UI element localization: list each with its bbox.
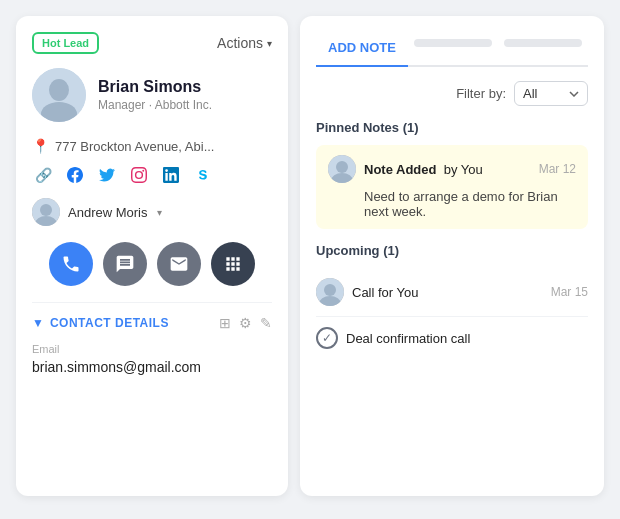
contact-role: Manager · Abbott Inc. [98,98,212,112]
skype-icon[interactable] [192,164,214,186]
upcoming-title-0: Call for You [352,285,543,300]
pinned-section-title: Pinned Notes (1) [316,120,588,135]
tab-add-note[interactable]: ADD NOTE [316,32,408,67]
twitter-icon[interactable] [96,164,118,186]
email-field: Email brian.simmons@gmail.com [32,343,272,375]
filter-label: Filter by: [456,86,506,101]
svg-point-10 [324,284,336,296]
hot-lead-badge: Hot Lead [32,32,99,54]
upcoming-item-1: ✓ Deal confirmation call [316,317,588,359]
chevron-down-icon: ▾ [267,38,272,49]
right-panel: ADD NOTE Filter by: All Notes Calls Emai… [300,16,604,496]
phone-button[interactable] [49,242,93,286]
check-icon[interactable]: ✓ [316,327,338,349]
note-title: Note Added by You [364,162,531,177]
svg-point-7 [336,161,348,173]
contact-details-icons: ⊞ ⚙ ✎ [219,315,272,331]
actions-button[interactable]: Actions ▾ [217,35,272,51]
note-avatar [328,155,356,183]
svg-point-4 [40,204,52,216]
upcoming-list: Call for You Mar 15 ✓ Deal confirmation … [316,268,588,359]
expand-icon[interactable]: ▼ [32,316,44,330]
linkedin-icon[interactable] [160,164,182,186]
avatar [32,68,86,122]
profile-info: Brian Simons Manager · Abbott Inc. [98,78,212,112]
email-button[interactable] [157,242,201,286]
filter-icon[interactable]: ⊞ [219,315,231,331]
actions-label: Actions [217,35,263,51]
assignee-name: Andrew Moris [68,205,147,220]
upcoming-avatar-0 [316,278,344,306]
assignee-row: Andrew Moris ▾ [32,198,272,226]
contact-name: Brian Simons [98,78,212,96]
instagram-icon[interactable] [128,164,150,186]
email-label: Email [32,343,272,355]
pinned-note-card: Note Added by You Mar 12 Need to arrange… [316,145,588,229]
upcoming-item-0: Call for You Mar 15 [316,268,588,317]
left-panel: Hot Lead Actions ▾ Brian Simons Manager … [16,16,288,496]
filter-select[interactable]: All Notes Calls Emails [514,81,588,106]
settings-icon[interactable]: ⚙ [239,315,252,331]
note-date: Mar 12 [539,162,576,176]
more-button[interactable] [211,242,255,286]
facebook-icon[interactable] [64,164,86,186]
link-icon[interactable]: 🔗 [32,164,54,186]
upcoming-section-title: Upcoming (1) [316,243,588,258]
email-value: brian.simmons@gmail.com [32,359,272,375]
location-icon: 📍 [32,138,49,154]
upcoming-title-1: Deal confirmation call [346,331,580,346]
assignee-chevron-icon[interactable]: ▾ [157,207,162,218]
tab-placeholder-2 [504,39,582,47]
filter-row: Filter by: All Notes Calls Emails [316,81,588,106]
social-row: 🔗 [32,164,272,186]
app-container: Hot Lead Actions ▾ Brian Simons Manager … [0,0,620,519]
note-body: Need to arrange a demo for Brian next we… [328,189,576,219]
contact-details-title: CONTACT DETAILS [50,316,169,330]
chat-button[interactable] [103,242,147,286]
profile-section: Brian Simons Manager · Abbott Inc. [32,68,272,122]
action-buttons [32,242,272,286]
address-row: 📍 777 Brockton Avenue, Abi... [32,138,272,154]
tabs-row: ADD NOTE [316,32,588,67]
tab-placeholder-1 [414,39,492,47]
note-header: Note Added by You Mar 12 [328,155,576,183]
divider [32,302,272,303]
assignee-avatar [32,198,60,226]
address-text: 777 Brockton Avenue, Abi... [55,139,215,154]
contact-details-header: ▼ CONTACT DETAILS ⊞ ⚙ ✎ [32,315,272,331]
panel-header: Hot Lead Actions ▾ [32,32,272,54]
edit-icon[interactable]: ✎ [260,315,272,331]
svg-point-1 [49,79,69,101]
upcoming-date-0: Mar 15 [551,285,588,299]
